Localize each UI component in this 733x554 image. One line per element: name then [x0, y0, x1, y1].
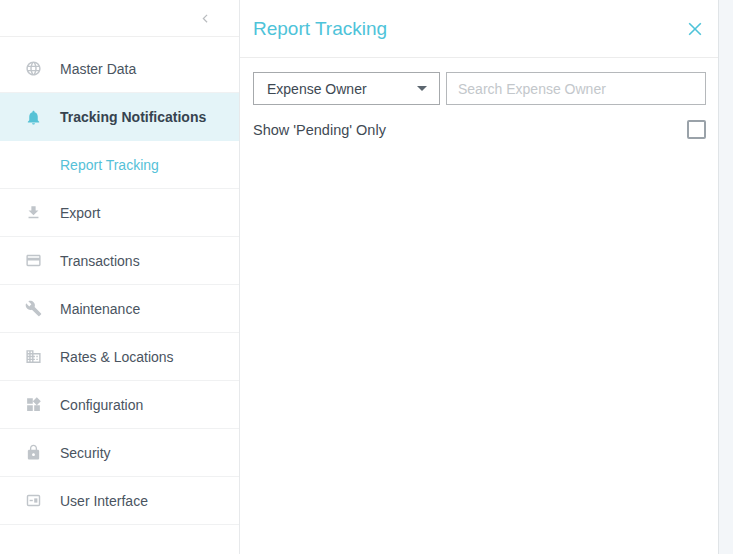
credit-card-icon: [25, 252, 42, 269]
widgets-icon: [25, 396, 42, 413]
lock-icon: [25, 444, 42, 461]
sidebar-item-label: Tracking Notifications: [60, 109, 206, 125]
sidebar-item-master-data[interactable]: Master Data: [0, 45, 239, 93]
sidebar-item-configuration[interactable]: Configuration: [0, 381, 239, 429]
panel-header: Report Tracking: [240, 0, 718, 58]
filter-row: Expense Owner: [253, 72, 706, 105]
sidebar-item-label: Transactions: [60, 253, 140, 269]
sidebar-item-label: Maintenance: [60, 301, 140, 317]
building-icon: [25, 348, 42, 365]
bell-icon: [25, 109, 42, 126]
sidebar-item-export[interactable]: Export: [0, 189, 239, 237]
pending-only-label: Show 'Pending' Only: [253, 122, 386, 138]
close-icon[interactable]: [687, 21, 703, 37]
pending-only-checkbox[interactable]: [687, 120, 706, 139]
wrench-icon: [25, 300, 42, 317]
chevron-down-icon: [417, 86, 427, 91]
sidebar-item-label: Security: [60, 445, 111, 461]
search-expense-owner-input[interactable]: [446, 72, 706, 105]
sidebar-header: [0, 0, 239, 37]
pending-filter-row: Show 'Pending' Only: [253, 120, 706, 139]
app-window: Master Data Tracking Notifications Repor…: [0, 0, 733, 554]
page-title: Report Tracking: [253, 18, 387, 40]
sidebar-item-label: Configuration: [60, 397, 143, 413]
report-tracking-panel: Report Tracking Expense Owner Show 'Pend…: [240, 0, 718, 554]
layout-icon: [25, 492, 42, 509]
sidebar-item-label: Rates & Locations: [60, 349, 174, 365]
sidebar-subitem-label: Report Tracking: [60, 157, 159, 173]
sidebar-item-label: Export: [60, 205, 100, 221]
dropdown-selected-value: Expense Owner: [267, 81, 367, 97]
collapse-sidebar-icon[interactable]: [198, 11, 213, 26]
globe-icon: [25, 60, 42, 77]
expense-owner-dropdown[interactable]: Expense Owner: [253, 72, 440, 105]
sidebar: Master Data Tracking Notifications Repor…: [0, 0, 240, 554]
sidebar-menu: Master Data Tracking Notifications Repor…: [0, 37, 239, 525]
sidebar-item-label: Master Data: [60, 61, 136, 77]
sidebar-item-label: User Interface: [60, 493, 148, 509]
download-icon: [25, 204, 42, 221]
sidebar-item-maintenance[interactable]: Maintenance: [0, 285, 239, 333]
page-background-edge: [718, 0, 733, 554]
sidebar-item-security[interactable]: Security: [0, 429, 239, 477]
sidebar-item-transactions[interactable]: Transactions: [0, 237, 239, 285]
sidebar-item-user-interface[interactable]: User Interface: [0, 477, 239, 525]
sidebar-item-tracking-notifications[interactable]: Tracking Notifications: [0, 93, 239, 141]
sidebar-subitem-report-tracking[interactable]: Report Tracking: [0, 141, 239, 189]
sidebar-item-rates-locations[interactable]: Rates & Locations: [0, 333, 239, 381]
